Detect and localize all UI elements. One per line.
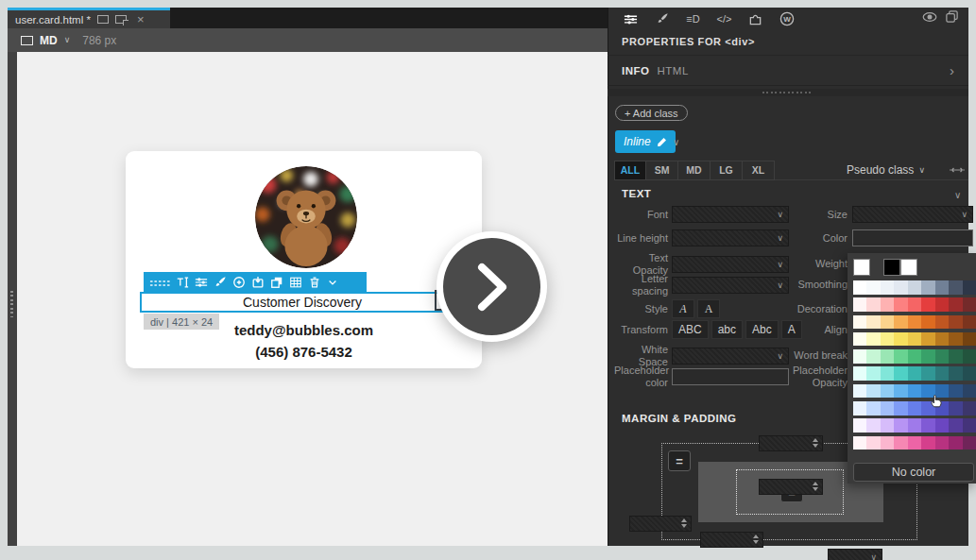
properties-icon[interactable]: [195, 275, 208, 290]
color-swatch[interactable]: [881, 315, 894, 330]
color-swatch[interactable]: [866, 349, 880, 364]
color-swatch[interactable]: [935, 349, 949, 364]
color-swatch[interactable]: [881, 280, 894, 295]
link-add-icon[interactable]: [232, 275, 246, 290]
info-section-row[interactable]: INFO HTML ›: [608, 55, 968, 86]
color-swatch[interactable]: [894, 349, 907, 364]
style-brush-icon[interactable]: [214, 275, 227, 290]
color-swatch[interactable]: [866, 436, 880, 450]
uppercase-button[interactable]: ABC: [672, 320, 709, 339]
color-swatch[interactable]: [949, 384, 962, 399]
padding-left-stepper[interactable]: [700, 532, 763, 548]
style-tab-icon[interactable]: [647, 8, 676, 29]
color-swatch[interactable]: [894, 332, 907, 347]
chevron-right-icon[interactable]: ›: [950, 62, 954, 78]
viewport-breakpoint-label[interactable]: MD: [40, 34, 58, 47]
add-class-button[interactable]: + Add class: [615, 105, 688, 121]
color-input[interactable]: [852, 229, 973, 246]
color-swatch[interactable]: [935, 332, 949, 347]
color-swatch[interactable]: [894, 418, 907, 433]
color-swatch[interactable]: [894, 315, 907, 330]
color-swatch[interactable]: [881, 349, 894, 364]
insert-element-icon[interactable]: [251, 275, 265, 290]
color-swatch[interactable]: [853, 366, 866, 381]
email-text[interactable]: teddy@bubbles.com: [126, 322, 482, 338]
color-swatch[interactable]: [935, 436, 949, 450]
color-swatch[interactable]: [963, 401, 976, 416]
panels-icon[interactable]: [945, 9, 959, 27]
margin-left-stepper[interactable]: [629, 516, 692, 532]
color-swatch[interactable]: [866, 297, 880, 312]
color-swatch[interactable]: [881, 418, 894, 433]
color-swatch[interactable]: [908, 384, 921, 399]
color-swatch[interactable]: [881, 366, 894, 381]
font-select[interactable]: ∨: [672, 206, 789, 223]
italic-button[interactable]: A: [672, 299, 694, 318]
color-swatch[interactable]: [963, 349, 976, 364]
color-swatch[interactable]: [866, 366, 880, 381]
breakpoint-editor-icon[interactable]: [950, 161, 965, 178]
color-swatch[interactable]: [866, 280, 880, 295]
color-swatch[interactable]: [853, 436, 866, 450]
breakpoint-tab-xl[interactable]: XL: [743, 161, 775, 180]
color-swatch[interactable]: [908, 418, 921, 433]
color-swatch[interactable]: [935, 418, 949, 433]
chevron-down-icon[interactable]: ∨: [64, 36, 71, 44]
color-swatch[interactable]: [963, 436, 976, 450]
breakpoint-tab-all[interactable]: ALL: [614, 161, 646, 180]
breakpoint-tab-md[interactable]: MD: [678, 161, 711, 180]
color-swatch[interactable]: [949, 315, 962, 330]
color-swatch[interactable]: [921, 349, 934, 364]
color-swatch[interactable]: [949, 401, 962, 416]
avatar[interactable]: [255, 166, 357, 268]
css-rules-tab-icon[interactable]: ≡D: [678, 8, 708, 29]
breakpoint-tab-sm[interactable]: SM: [646, 161, 678, 180]
visibility-icon[interactable]: [922, 9, 937, 26]
color-swatch[interactable]: [935, 366, 949, 381]
selected-element[interactable]: Customer Discovery: [140, 292, 465, 313]
color-swatch[interactable]: [935, 280, 949, 295]
color-swatch[interactable]: [853, 280, 866, 295]
color-swatch[interactable]: [881, 332, 894, 347]
color-swatch[interactable]: [894, 384, 907, 399]
color-swatch[interactable]: [853, 418, 866, 433]
normal-style-button[interactable]: A: [697, 299, 720, 318]
color-swatch[interactable]: [866, 332, 880, 347]
color-swatch[interactable]: [963, 332, 976, 347]
color-swatch[interactable]: [853, 349, 866, 364]
color-swatch[interactable]: [935, 315, 949, 330]
color-swatch[interactable]: [949, 332, 962, 347]
wordpress-tab-icon[interactable]: W: [772, 8, 801, 29]
color-swatch[interactable]: [866, 401, 880, 416]
color-swatch[interactable]: [963, 280, 976, 295]
color-swatch[interactable]: [921, 418, 934, 433]
margin-link-button[interactable]: =: [668, 450, 691, 471]
color-swatch[interactable]: [921, 297, 934, 312]
color-swatch[interactable]: [949, 418, 962, 433]
color-swatch[interactable]: [881, 384, 894, 399]
color-swatch[interactable]: [908, 297, 921, 312]
margin-padding-header[interactable]: MARGIN & PADDING: [622, 413, 737, 424]
element-title[interactable]: Customer Discovery: [243, 295, 362, 310]
text-opacity-select[interactable]: ∨: [672, 256, 789, 273]
color-swatch[interactable]: [921, 280, 934, 295]
color-swatch[interactable]: [894, 366, 907, 381]
color-swatch[interactable]: [866, 315, 880, 330]
padding-right-select[interactable]: ∨: [828, 549, 882, 560]
line-height-select[interactable]: ∨: [672, 229, 789, 246]
color-swatch[interactable]: [963, 384, 976, 399]
play-overlay-button[interactable]: [437, 231, 547, 342]
pseudo-class-selector[interactable]: Pseudo class ∨: [847, 163, 925, 177]
color-swatch[interactable]: [908, 366, 921, 381]
tab-user-card[interactable]: user.card.html * ×: [8, 8, 170, 28]
color-swatch[interactable]: [894, 401, 907, 416]
lowercase-button[interactable]: abc: [711, 320, 743, 339]
color-swatch[interactable]: [853, 332, 866, 347]
code-tab-icon[interactable]: </>: [710, 8, 739, 29]
color-swatch[interactable]: [881, 436, 894, 450]
color-swatch[interactable]: [949, 280, 962, 295]
components-tab-icon[interactable]: [741, 8, 770, 29]
color-swatch[interactable]: [963, 366, 976, 381]
inline-class-badge[interactable]: Inline: [615, 130, 676, 153]
color-swatch[interactable]: [908, 349, 921, 364]
